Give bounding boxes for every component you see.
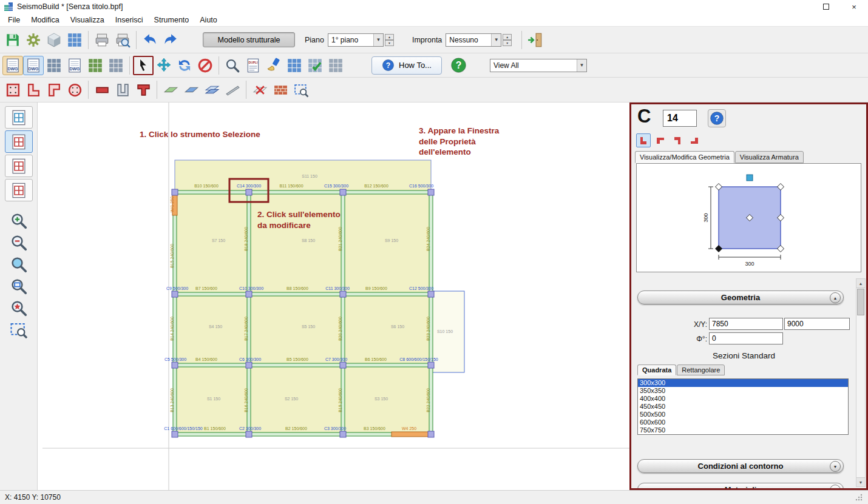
menu-inserisci[interactable]: Inserisci	[110, 15, 149, 25]
menu-visualizza[interactable]: Visualizza	[65, 15, 110, 25]
masonry-button[interactable]	[270, 80, 291, 99]
slab-blue-button[interactable]	[181, 80, 202, 99]
slab-button[interactable]	[160, 80, 181, 99]
collapse-up-icon[interactable]: ▲	[830, 292, 841, 303]
floor-plan[interactable]: B10 150/600C14 300/300B11 150/600C15 300…	[38, 102, 629, 490]
standard-sections-list[interactable]: 300x300350x350400x400450x450500x500600x6…	[637, 378, 849, 435]
section-option-500x500[interactable]: 500x500	[638, 411, 848, 418]
zoom-selected-button[interactable]	[6, 320, 32, 340]
y-input[interactable]	[784, 318, 850, 330]
layer-button-2[interactable]	[5, 130, 33, 153]
piano-spinner[interactable]: ▲▼	[385, 34, 394, 46]
wall-button[interactable]	[92, 80, 112, 99]
section-option-400x400[interactable]: 400x400	[638, 395, 848, 403]
find-element-button[interactable]	[222, 56, 243, 75]
section-option-750x750[interactable]: 750x750	[638, 426, 848, 434]
menu-modifica[interactable]: Modifica	[25, 15, 65, 25]
zoom-window-button[interactable]	[6, 276, 32, 297]
scroll-up-icon[interactable]: ▲	[856, 279, 865, 288]
select-tool-button[interactable]	[133, 56, 154, 75]
boundary-section-header[interactable]: Condizioni al contorno ▼	[637, 459, 844, 473]
ramp-button[interactable]	[222, 80, 243, 99]
grid-view-button[interactable]	[64, 30, 85, 50]
format-painter-button[interactable]	[263, 56, 284, 75]
redo-button[interactable]	[160, 30, 181, 50]
piano-select[interactable]: 1° piano▼	[328, 33, 384, 47]
menu-aiuto[interactable]: Aiuto	[194, 15, 223, 25]
rotate-tool-button[interactable]	[174, 56, 195, 75]
orientation-option-2[interactable]	[653, 133, 668, 147]
exit-button[interactable]	[525, 30, 546, 50]
element-number-input[interactable]	[663, 110, 697, 127]
zoom-selection-button[interactable]	[291, 80, 311, 99]
modello-strutturale-button[interactable]: Modello strutturale	[203, 32, 295, 47]
close-button[interactable]: ×	[840, 0, 868, 13]
drawing-canvas[interactable]: B10 150/600C14 300/300B11 150/600C15 300…	[38, 102, 629, 490]
panel-help-button[interactable]	[708, 109, 726, 127]
section-circle-button[interactable]	[64, 80, 85, 99]
view-3d-button[interactable]	[44, 30, 64, 50]
tab-square-sections[interactable]: Quadrata	[637, 365, 676, 375]
building-grid2-button[interactable]	[106, 56, 126, 75]
tab-geometry[interactable]: Visualizza/Modifica Geometria	[635, 151, 734, 163]
section-step-button[interactable]	[44, 80, 64, 99]
geometry-section-header[interactable]: Geometria ▲	[637, 291, 844, 304]
print-preview-button[interactable]	[112, 30, 133, 50]
tab-rect-sections[interactable]: Rettangolare	[677, 365, 725, 375]
section-option-600x600[interactable]: 600x600	[638, 418, 848, 426]
section-t-button[interactable]	[133, 80, 154, 99]
section-option-300x300[interactable]: 300x300	[638, 379, 848, 387]
orientation-option-3[interactable]	[670, 133, 685, 147]
slab-stack-button[interactable]	[202, 80, 222, 99]
collapse-down-icon[interactable]: ▼	[830, 485, 841, 490]
menu-strumento[interactable]: Strumento	[149, 15, 195, 25]
section-preview[interactable]: 300 300	[636, 163, 861, 272]
zoom-dynamic-button[interactable]	[6, 254, 32, 275]
top-handle[interactable]	[747, 175, 753, 181]
layer-button-4[interactable]	[5, 179, 33, 201]
save-button[interactable]	[2, 30, 23, 50]
maximize-button[interactable]	[812, 0, 840, 13]
impronta-select[interactable]: Nessuno▼	[446, 33, 501, 47]
scrollbar-thumb[interactable]	[857, 289, 864, 315]
help-button[interactable]	[450, 57, 467, 73]
delete-tool-button[interactable]	[195, 56, 215, 75]
collapse-down-icon[interactable]: ▼	[830, 461, 841, 472]
building-gray-button[interactable]	[325, 56, 346, 75]
check-model-button[interactable]	[305, 56, 325, 75]
scroll-down-icon[interactable]: ▼	[856, 477, 865, 486]
layer-button-1[interactable]	[5, 106, 33, 129]
section-u-button[interactable]	[112, 80, 133, 99]
impronta-spinner[interactable]: ▲▼	[503, 34, 512, 46]
settings-button[interactable]	[23, 30, 44, 50]
zoom-in-button[interactable]	[6, 210, 32, 231]
orientation-option-1[interactable]	[636, 133, 651, 147]
tab-reinforcement[interactable]: Visualizza Armatura	[735, 151, 804, 163]
section-l-button[interactable]	[23, 80, 44, 99]
resize-grip[interactable]	[855, 493, 863, 502]
section-option-450x450[interactable]: 450x450	[638, 403, 848, 411]
building-grid-button[interactable]	[85, 56, 106, 75]
x-input[interactable]	[709, 318, 783, 330]
orientation-option-4[interactable]	[687, 133, 702, 147]
duplicate-button[interactable]	[243, 56, 263, 75]
menu-file[interactable]: File	[2, 15, 25, 25]
move-tool-button[interactable]	[154, 56, 174, 75]
zoom-out-button[interactable]	[6, 232, 32, 253]
zoom-extents-button[interactable]	[6, 298, 32, 318]
building-model-button[interactable]	[284, 56, 305, 75]
section-square-button[interactable]	[2, 80, 23, 99]
rotation-input[interactable]	[709, 332, 783, 344]
panel-scrollbar[interactable]: ▲ ▼	[856, 278, 866, 487]
print-button[interactable]	[92, 30, 112, 50]
dwg-import-button[interactable]	[2, 56, 23, 75]
grid-tool-button[interactable]	[44, 56, 64, 75]
materials-section-header[interactable]: Materiali ▼	[637, 483, 844, 490]
how-to-button[interactable]: How To...	[371, 56, 442, 75]
section-option-350x350[interactable]: 350x350	[638, 387, 848, 395]
layer-button-3[interactable]	[5, 155, 33, 177]
view-all-select[interactable]: View All▼	[490, 59, 587, 72]
undo-button[interactable]	[140, 30, 160, 50]
dwg-manage-button[interactable]	[23, 56, 44, 75]
dwg-small-button[interactable]	[64, 56, 85, 75]
